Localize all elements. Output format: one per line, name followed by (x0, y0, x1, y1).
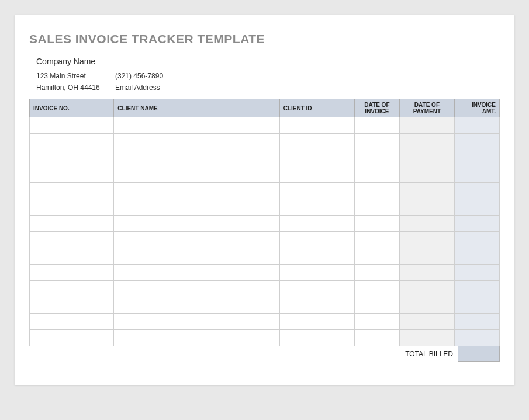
cell-client_id (279, 199, 354, 216)
cell-invoice_no (30, 117, 114, 134)
cell-client_id (279, 166, 354, 183)
header-invoice-no: INVOICE NO. (30, 99, 114, 117)
cell-date_invoice (354, 150, 399, 166)
cell-date_payment (399, 183, 454, 199)
cell-amount (454, 248, 499, 265)
cell-client_id (279, 330, 354, 346)
cell-date_payment (399, 297, 454, 314)
table-row (30, 150, 500, 166)
cell-client_name (114, 248, 279, 265)
cell-client_id (279, 265, 354, 281)
company-info-row-1: 123 Main Street (321) 456-7890 (36, 72, 500, 80)
table-row (30, 117, 500, 134)
cell-client_name (114, 330, 279, 346)
cell-date_invoice (354, 232, 399, 248)
table-header-row: INVOICE NO. CLIENT NAME CLIENT ID DATE O… (30, 99, 500, 117)
cell-client_name (114, 216, 279, 232)
cell-client_name (114, 150, 279, 166)
cell-date_payment (399, 314, 454, 330)
cell-client_name (114, 314, 279, 330)
cell-date_invoice (354, 297, 399, 314)
cell-amount (454, 330, 499, 346)
table-row (30, 248, 500, 265)
cell-client_id (279, 232, 354, 248)
cell-amount (454, 232, 499, 248)
cell-date_invoice (354, 330, 399, 346)
cell-invoice_no (30, 248, 114, 265)
cell-date_invoice (354, 314, 399, 330)
cell-client_name (114, 183, 279, 199)
cell-invoice_no (30, 134, 114, 150)
cell-date_payment (399, 199, 454, 216)
cell-client_name (114, 199, 279, 216)
cell-invoice_no (30, 330, 114, 346)
cell-amount (454, 134, 499, 150)
cell-client_id (279, 216, 354, 232)
cell-invoice_no (30, 297, 114, 314)
cell-amount (454, 150, 499, 166)
cell-client_id (279, 183, 354, 199)
cell-amount (454, 281, 499, 297)
cell-date_invoice (354, 216, 399, 232)
total-billed-value (458, 346, 500, 362)
company-info-block: Company Name 123 Main Street (321) 456-7… (29, 57, 500, 92)
header-client-id: CLIENT ID (279, 99, 354, 117)
total-row: TOTAL BILLED (29, 346, 500, 362)
header-client-name: CLIENT NAME (114, 99, 279, 117)
cell-date_payment (399, 216, 454, 232)
company-name: Company Name (36, 57, 500, 66)
total-billed-label: TOTAL BILLED (405, 346, 458, 362)
cell-date_invoice (354, 199, 399, 216)
cell-client_name (114, 166, 279, 183)
table-row (30, 199, 500, 216)
cell-date_invoice (354, 117, 399, 134)
cell-client_id (279, 117, 354, 134)
cell-date_payment (399, 150, 454, 166)
header-date-payment: DATE OF PAYMENT (399, 99, 454, 117)
cell-invoice_no (30, 281, 114, 297)
cell-invoice_no (30, 265, 114, 281)
header-amount: INVOICE AMT. (454, 99, 499, 117)
cell-client_id (279, 281, 354, 297)
cell-client_name (114, 232, 279, 248)
cell-amount (454, 297, 499, 314)
invoice-table: INVOICE NO. CLIENT NAME CLIENT ID DATE O… (29, 99, 500, 346)
cell-date_invoice (354, 166, 399, 183)
cell-invoice_no (30, 314, 114, 330)
header-date-invoice: DATE OF INVOICE (354, 99, 399, 117)
cell-client_id (279, 134, 354, 150)
company-phone: (321) 456-7890 (115, 72, 500, 80)
cell-client_name (114, 281, 279, 297)
cell-amount (454, 265, 499, 281)
cell-client_name (114, 297, 279, 314)
cell-amount (454, 117, 499, 134)
company-info-row-2: Hamilton, OH 44416 Email Address (36, 84, 500, 92)
document-page: SALES INVOICE TRACKER TEMPLATE Company N… (15, 15, 514, 385)
cell-client_name (114, 134, 279, 150)
cell-invoice_no (30, 232, 114, 248)
cell-date_invoice (354, 281, 399, 297)
cell-date_payment (399, 232, 454, 248)
cell-client_id (279, 248, 354, 265)
cell-date_invoice (354, 183, 399, 199)
table-row (30, 297, 500, 314)
table-row (30, 183, 500, 199)
cell-invoice_no (30, 183, 114, 199)
cell-invoice_no (30, 216, 114, 232)
company-street: 123 Main Street (36, 72, 115, 80)
cell-client_id (279, 150, 354, 166)
company-email: Email Address (115, 84, 500, 92)
cell-client_id (279, 314, 354, 330)
cell-amount (454, 183, 499, 199)
table-row (30, 134, 500, 150)
page-title: SALES INVOICE TRACKER TEMPLATE (29, 32, 500, 46)
cell-amount (454, 166, 499, 183)
table-row (30, 216, 500, 232)
cell-invoice_no (30, 199, 114, 216)
cell-date_payment (399, 117, 454, 134)
cell-date_payment (399, 166, 454, 183)
cell-amount (454, 314, 499, 330)
table-row (30, 281, 500, 297)
cell-date_invoice (354, 134, 399, 150)
table-row (30, 330, 500, 346)
